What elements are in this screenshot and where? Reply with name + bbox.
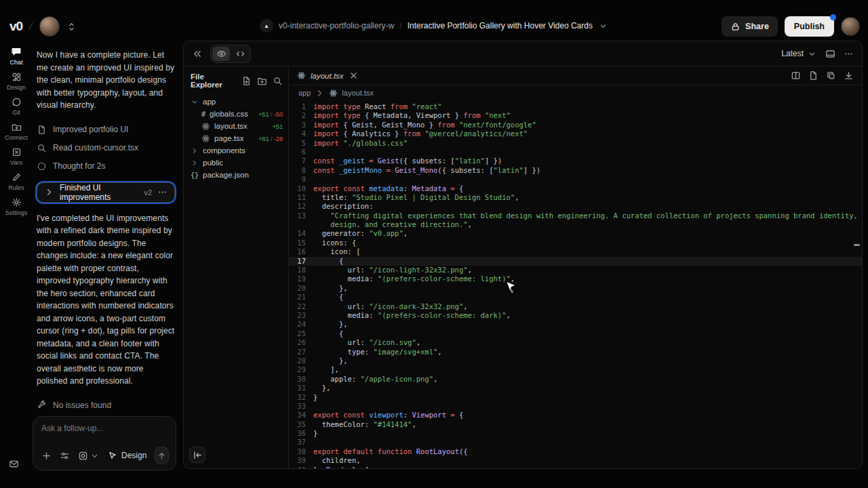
tree-folder-app[interactable]: app (191, 96, 283, 108)
code-line[interactable]: 2import type { Metadata, Viewport } from… (289, 111, 862, 120)
preview-mode-button[interactable] (212, 47, 230, 61)
code-line[interactable]: 22 url: "/icon-dark-32x32.png", (289, 302, 862, 311)
vercel-triangle-icon[interactable]: ▲ (260, 19, 273, 33)
code-line[interactable]: design, and creative direction.", (289, 220, 862, 229)
publish-button[interactable]: Publish (785, 16, 834, 37)
code-line[interactable]: 34export const viewport: Viewport = { (289, 411, 862, 420)
rail-item-vars[interactable]: Vars (1, 147, 31, 166)
code-line[interactable]: 1import type React from "react" (289, 102, 862, 111)
code-line[interactable]: 18 url: "/icon-light-32x32.png", (289, 266, 862, 274)
code-line[interactable]: 35 themeColor: "#141414", (289, 420, 862, 429)
code-line[interactable]: 12 description: (289, 202, 862, 211)
close-tab-icon[interactable] (349, 70, 359, 81)
code-line[interactable]: 40}: Readonly<{ (289, 466, 862, 468)
tree-file-layout.tsx[interactable]: layout.tsx+51 (191, 120, 283, 132)
code-line[interactable]: 20 }, (289, 284, 862, 293)
code-line[interactable]: 36} (289, 429, 862, 438)
rail-item-chat[interactable]: Chat (1, 46, 31, 66)
code-line[interactable]: 26 url: "/icon.svg", (289, 338, 862, 347)
code-line[interactable]: 4import { Analytics } from "@vercel/anal… (289, 129, 862, 138)
browser-window-icon[interactable] (825, 49, 835, 59)
split-editor-icon[interactable] (791, 70, 801, 81)
collapse-panel-icon[interactable] (192, 49, 202, 59)
file-actions-icon[interactable] (808, 70, 818, 81)
code-line[interactable]: 29 ], (289, 365, 862, 374)
code-line[interactable]: 25 { (289, 329, 862, 338)
code-line[interactable]: 13 "Crafting digital experiences that bl… (289, 211, 862, 220)
version-card-label: Finished UI improvements (60, 183, 138, 202)
chevron-down-icon[interactable] (598, 21, 608, 31)
code-line[interactable]: 21 { (289, 293, 862, 302)
code-line[interactable]: 16 icon: [ (289, 247, 862, 256)
rail-item-settings[interactable]: Settings (1, 197, 31, 216)
add-attachment-icon[interactable] (41, 451, 52, 461)
rail-item-git[interactable]: Git (1, 97, 31, 116)
code-mode-button[interactable] (231, 47, 249, 61)
rail-item-design[interactable]: Design (1, 72, 31, 91)
task-item[interactable]: Thought for 2s (37, 157, 175, 176)
search-files-icon[interactable] (273, 76, 283, 86)
task-item[interactable]: Read custom-cursor.tsx (37, 139, 175, 157)
code-line[interactable]: 10export const metadata: Metadata = { (289, 184, 862, 193)
rail-item-connect[interactable]: Connect (1, 122, 31, 141)
toolbar-more-icon[interactable] (844, 49, 854, 59)
code-line[interactable]: 32} (289, 393, 862, 402)
tree-file-page.tsx[interactable]: page.tsx+81 / -28 (191, 132, 283, 144)
chevron-updown-icon[interactable] (66, 22, 77, 32)
code-line[interactable]: 31 }, (289, 384, 862, 392)
mail-icon[interactable] (9, 459, 19, 469)
scrollbar-marker[interactable] (854, 244, 860, 246)
code-line[interactable]: 39 children, (289, 456, 862, 465)
download-icon[interactable] (844, 70, 854, 81)
task-item[interactable]: Improved portfolio UI (37, 121, 175, 139)
code-line[interactable]: 24 }, (289, 320, 862, 329)
collapse-sidebar-button[interactable] (189, 447, 205, 463)
code-line[interactable]: 3import { Geist, Geist_Mono } from "next… (289, 121, 862, 129)
tree-folder-public[interactable]: public (191, 157, 283, 169)
code-line[interactable]: 9 (289, 175, 862, 184)
more-icon[interactable] (157, 187, 167, 197)
code-line[interactable]: 33 (289, 402, 862, 411)
tree-folder-components[interactable]: components (191, 144, 283, 157)
version-selector[interactable]: Latest (781, 49, 817, 59)
avatar[interactable] (39, 16, 60, 37)
new-file-icon[interactable] (241, 76, 252, 86)
v0-logo[interactable]: v0 (9, 19, 22, 34)
new-folder-icon[interactable] (257, 76, 267, 86)
media-chevron-icon[interactable] (90, 451, 100, 461)
design-mode-button[interactable]: Design (108, 451, 146, 460)
settings-sliders-icon[interactable] (60, 451, 70, 461)
breadcrumb-chat-title[interactable]: Interactive Portfolio Gallery with Hover… (408, 21, 593, 30)
arrow-up-icon (157, 451, 167, 461)
code-line[interactable]: 5import "./globals.css" (289, 139, 862, 148)
media-icon[interactable] (78, 451, 88, 461)
tree-file-package.json[interactable]: {}package.json (191, 169, 283, 181)
code-line[interactable]: 6 (289, 148, 862, 157)
send-button[interactable] (155, 447, 169, 464)
code-line[interactable]: 37 (289, 438, 862, 447)
copy-file-icon[interactable] (826, 70, 836, 81)
code-line[interactable]: 8const _geistMono = Geist_Mono({ subsets… (289, 166, 862, 175)
followup-input[interactable] (41, 424, 169, 433)
code-line[interactable]: 19 media: "(prefers-color-scheme: light)… (289, 274, 862, 283)
publish-notification-dot (830, 14, 836, 20)
code-line[interactable]: 28 }, (289, 357, 862, 365)
code-line[interactable]: 15 icons: { (289, 239, 862, 247)
code-line[interactable]: 7const _geist = Geist({ subsets: ["latin… (289, 157, 862, 165)
code-line[interactable]: 23 media: "(prefers-color-scheme: dark)"… (289, 311, 862, 320)
code-line[interactable]: 27 type: "image/svg+xml", (289, 348, 862, 357)
user-avatar[interactable] (841, 17, 860, 36)
tree-file-globals.css[interactable]: #globals.css+51 / -50 (191, 108, 283, 120)
code-line[interactable]: 38export default function RootLayout({ (289, 447, 862, 456)
tab-layout-tsx[interactable]: layout.tsx (289, 66, 367, 85)
rail-item-rules[interactable]: Rules (1, 172, 31, 191)
version-card[interactable]: Finished UI improvements v2 (37, 182, 175, 203)
code-area[interactable]: 1import type React from "react"2import t… (289, 100, 862, 468)
code-line[interactable]: 30 apple: "/apple-icon.png", (289, 375, 862, 384)
breadcrumb-project[interactable]: v0-interactive-portfolio-gallery-w (279, 21, 394, 30)
code-line[interactable]: 11 title: "Studio Pixel | Digital Design… (289, 193, 862, 202)
code-line[interactable]: 14 generator: "v0.app", (289, 229, 862, 238)
share-button[interactable]: Share (722, 16, 778, 37)
code-line[interactable]: 17 { (289, 257, 862, 266)
design-icon (12, 72, 22, 82)
